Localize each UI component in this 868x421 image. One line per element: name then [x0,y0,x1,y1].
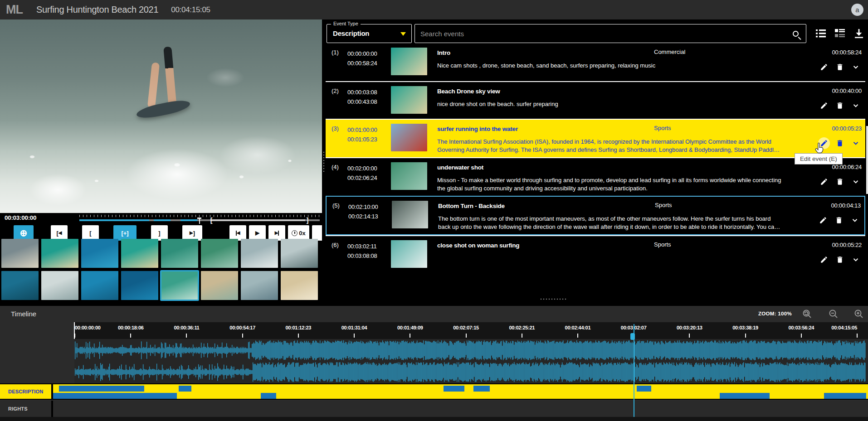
event-thumbnail[interactable] [391,124,427,151]
filmstrip-thumbnail[interactable] [201,271,238,300]
description-event-segment[interactable] [824,393,866,399]
event-thumbnail[interactable] [391,48,427,75]
delete-event-icon[interactable] [834,137,846,149]
list-view-icon[interactable] [815,29,826,39]
scrubber-progress-bar[interactable]: [] [79,219,320,221]
playhead-handle-icon[interactable] [630,333,635,340]
edit-event-icon[interactable] [818,61,830,73]
reset-zoom-icon[interactable] [802,309,813,319]
filmstrip-thumbnail[interactable] [161,239,198,268]
expand-event-icon[interactable] [850,176,862,188]
filmstrip-thumbnail[interactable] [1,239,39,268]
scrubber-playhead-icon[interactable] [197,218,201,224]
event-row[interactable]: (4) 00:02:00:00 00:02:06:24 underwater s… [326,157,865,196]
user-avatar[interactable]: a [851,4,863,16]
event-thumbnail[interactable] [391,86,427,114]
search-input[interactable] [415,30,793,38]
filmstrip-thumbnail[interactable] [121,271,158,300]
timeline-ruler[interactable]: 00:00:00:0000:00:18:0600:00:36:1100:00:5… [0,322,868,339]
description-event-segment[interactable] [59,386,145,392]
track-rights[interactable]: RIGHTS [0,401,868,417]
event-row[interactable]: (6) 00:03:02:11 00:03:08:08 close shot o… [326,235,865,273]
panel-splitter-horizontal[interactable] [540,298,567,300]
event-row[interactable]: (1) 00:00:00:00 00:00:58:24 Intro Commer… [326,44,865,81]
event-row[interactable]: (2) 00:00:03:08 00:00:43:08 Beach Drone … [326,81,865,119]
edit-event-icon[interactable] [817,214,829,226]
video-viewport[interactable] [0,19,322,213]
detail-view-icon[interactable] [834,29,845,39]
delete-event-icon[interactable] [834,176,846,188]
jump-to-out-button[interactable]: ▶] [182,225,202,241]
event-title: Beach Drone sky view [437,88,500,95]
zoom-in-icon[interactable] [853,309,864,319]
delete-event-icon[interactable] [834,61,846,73]
prev-frame-button[interactable]: ◀ [229,225,246,241]
loop-playback-button[interactable]: ⊕ [14,225,34,241]
filmstrip-thumbnail[interactable] [201,239,238,268]
set-in-button[interactable]: [ [82,225,99,241]
add-subclip-button[interactable]: [+] [113,225,137,241]
track-description-content[interactable] [53,384,868,399]
event-tc-in: 00:00:00:00 [347,49,391,58]
jump-to-in-button[interactable]: [◀ [51,225,68,241]
edit-event-icon[interactable] [818,176,830,188]
filmstrip-thumbnail[interactable] [241,271,278,300]
filmstrip-thumbnail[interactable] [41,271,78,300]
filmstrip-thumbnail[interactable] [81,271,118,300]
filmstrip-thumbnail[interactable] [241,239,278,268]
edit-event-icon[interactable] [818,254,830,266]
play-button[interactable]: ▶ [249,225,266,241]
ruler-timecode: 00:02:25:21 [509,325,535,330]
set-out-button[interactable]: ] [151,225,168,241]
delete-event-icon[interactable] [833,214,845,226]
expand-event-icon[interactable] [850,61,862,73]
description-event-segment[interactable] [637,386,651,392]
asset-title: Surfing Huntington Beach 2021 [36,5,158,15]
description-event-segment[interactable] [444,386,465,392]
filmstrip-thumbnail[interactable] [281,271,318,300]
description-event-segment[interactable] [720,393,770,399]
filmstrip-thumbnail[interactable] [1,271,39,300]
event-thumbnail[interactable] [391,162,427,190]
event-title: underwater shot [437,164,483,171]
event-tc-out: 00:03:08:08 [347,251,391,261]
filmstrip-thumbnail[interactable] [161,271,198,300]
search-icon[interactable] [793,31,799,37]
event-tc-out: 00:00:58:24 [347,58,391,68]
out-marker-icon[interactable]: ] [307,217,309,224]
description-event-segment[interactable] [261,393,276,399]
filmstrip-thumbnail[interactable] [41,239,78,268]
track-rights-content[interactable] [53,401,868,417]
video-scrubber[interactable]: [] [79,214,320,224]
expand-event-icon[interactable] [849,214,861,226]
edit-event-icon[interactable] [818,100,830,111]
event-thumbnail[interactable] [391,240,427,268]
event-row[interactable]: (3) 00:01:00:00 00:01:05:23 surfer runni… [326,119,865,157]
expand-event-icon[interactable] [850,254,862,266]
next-frame-button[interactable]: ▶ [268,225,285,241]
filmstrip-thumbnail[interactable] [281,239,318,268]
download-icon[interactable] [853,29,864,39]
scrubber-row: 00:03:00:00 [] [0,213,322,225]
scrollbar-thumb[interactable] [866,126,868,194]
in-marker-icon[interactable]: [ [210,217,213,224]
event-thumbnail[interactable] [392,201,428,228]
event-type-dropdown[interactable]: Event Type Description [327,24,412,43]
description-event-segment[interactable] [179,386,192,392]
description-event-segment[interactable] [53,393,177,399]
delete-event-icon[interactable] [834,100,846,111]
expand-event-icon[interactable] [850,100,862,111]
zoom-out-icon[interactable] [828,309,839,319]
ruler-timecode: 00:01:31:04 [341,325,367,330]
track-description[interactable]: DESCRIPTION [0,383,868,400]
filmstrip-thumbnail[interactable] [121,239,158,268]
panel-splitter-vertical[interactable] [322,19,326,306]
event-row[interactable]: (5) 00:02:10:00 00:02:14:13 Bottom Turn … [326,196,865,235]
wave-spray [0,133,322,213]
description-event-segment[interactable] [473,386,490,392]
delete-event-icon[interactable] [834,254,846,266]
playback-speed-button[interactable]: 0x [288,225,309,241]
filmstrip-thumbnail[interactable] [81,239,118,268]
audio-waveform-track[interactable] [0,339,868,383]
expand-event-icon[interactable] [850,137,862,149]
